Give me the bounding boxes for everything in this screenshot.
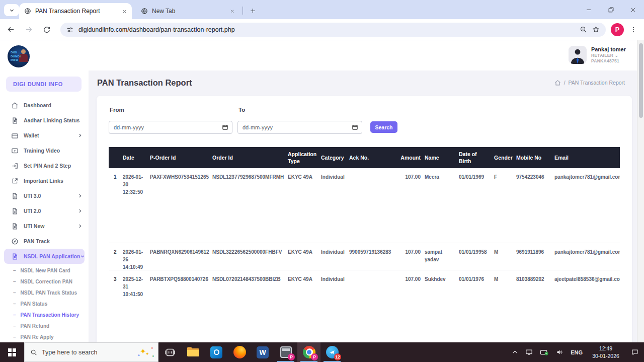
page-scrollbar[interactable] (637, 40, 644, 342)
sidebar-item-label: PAN Track (24, 238, 83, 244)
sidebar-item-set-pin-and-2-step[interactable]: Set PIN And 2 Step (0, 158, 89, 173)
sidebar-item-label: Aadhar Linking Status (24, 117, 83, 123)
start-button[interactable] (0, 342, 24, 362)
user-cluster[interactable]: Pankaj tomer RETAILER ⌄ PANKA48751 (569, 46, 626, 64)
sidebar-subitem-pan-transaction-history[interactable]: –PAN Transaction History (0, 309, 89, 320)
tab-close-icon[interactable] (230, 9, 234, 14)
sidebar-subitem-pan-refund[interactable]: –PAN Refund (0, 320, 89, 331)
sidebar-item-training-video[interactable]: Training Video (0, 143, 89, 158)
sidebar-item-uti-new[interactable]: UTI New (0, 219, 89, 234)
new-tab-button[interactable] (247, 5, 259, 17)
browser-menu-icon[interactable] (627, 23, 640, 36)
table-row: 32025-12-31 10:41:50PARBTXPQ58800140726N… (109, 270, 620, 342)
user-meta: Pankaj tomer RETAILER ⌄ PANKA48751 (591, 46, 626, 64)
login-icon (11, 162, 19, 170)
table-cell: Sukhdev (425, 270, 459, 342)
video-icon (11, 147, 19, 155)
dash-prefix: – (13, 268, 16, 273)
user-code: PANKA48751 (591, 58, 626, 64)
table-cell: Individual (321, 243, 349, 270)
app-logo[interactable]: DIGIDUNDIINFO (8, 45, 30, 67)
zoom-out-icon[interactable] (580, 26, 587, 33)
tab-title: PAN Transaction Report (35, 8, 118, 15)
file-icon (11, 253, 19, 260)
taskbar-app-pan-portal-icon[interactable]: P (274, 342, 297, 362)
brand-box[interactable]: DIGI DUNDI INFO (6, 77, 82, 92)
scrollbar-thumb[interactable] (639, 43, 643, 118)
tray-chevron-up-icon[interactable] (512, 349, 518, 355)
table-cell: Individual (321, 270, 349, 342)
sidebar-item-label: UTI 3.0 (24, 193, 77, 199)
taskbar-app-chrome-icon[interactable]: P (297, 342, 320, 362)
browser-profile-avatar[interactable]: P (611, 23, 624, 36)
to-date-field (237, 121, 362, 134)
sidebar-item-dashboard[interactable]: Dashboard (0, 98, 89, 113)
sidebar-item-aadhar-linking-status[interactable]: Aadhar Linking Status (0, 113, 89, 128)
breadcrumb-current: PAN Transaction Report (569, 80, 625, 86)
taskbar-app-messenger-icon[interactable]: 12 (320, 342, 344, 362)
taskbar-search[interactable]: Type here to search ✦✦✦●● (24, 342, 158, 362)
to-date-input[interactable] (237, 121, 362, 134)
sidebar-subitem-pan-status[interactable]: –PAN Status (0, 298, 89, 309)
url-text[interactable]: digidundiinfo.com/dashboard/pan-transact… (78, 26, 575, 33)
restore-button[interactable] (600, 0, 622, 19)
taskbar-app-word-icon[interactable]: W (251, 342, 274, 362)
sidebar-item-uti-2-0[interactable]: UTI 2.0 (0, 203, 89, 219)
sidebar-item-uti-3-0[interactable]: UTI 3.0 (0, 188, 89, 203)
volume-icon[interactable] (555, 348, 564, 356)
table-cell: sampat yadav (425, 243, 459, 270)
tab-search-button[interactable] (4, 4, 19, 16)
chevron-right-icon (77, 193, 83, 198)
taskbar-clock[interactable]: 12:49 30-01-2026 (589, 345, 622, 359)
tab-new-tab[interactable]: New Tab (136, 3, 239, 19)
table-body: 12026-01-30 12:32:50PAXFXWHS07534151265N… (109, 168, 620, 342)
chevron-right-icon (77, 133, 83, 138)
sidebar-item-pan-track[interactable]: PAN Track (0, 234, 89, 249)
from-date-input[interactable] (109, 121, 232, 134)
forward-button[interactable] (21, 22, 36, 37)
table-cell: M (494, 270, 516, 342)
sidebar-item-label: UTI New (24, 223, 77, 229)
dash-prefix: – (13, 301, 16, 307)
omnibox[interactable]: digidundiinfo.com/dashboard/pan-transact… (60, 23, 606, 37)
monitor-icon[interactable] (525, 348, 533, 356)
taskbar-app-firefox-icon[interactable] (228, 342, 251, 362)
table-cell: 2025-12-31 10:41:50 (123, 270, 150, 342)
sidebar-subitem-label: PAN Status (21, 301, 48, 307)
page-title: PAN Transaction Report (97, 78, 192, 88)
sidebar-subitem-nsdl-new-pan-card[interactable]: –NSDL New PAN Card (0, 265, 89, 276)
table-cell: 107.00 (396, 168, 425, 243)
reload-button[interactable] (39, 22, 54, 37)
table-cell: EKYC 49A (288, 243, 321, 270)
column-header: Category (321, 147, 349, 168)
taskbar-app-task-view-icon[interactable] (158, 342, 182, 362)
taskbar-app-file-explorer-icon[interactable] (182, 342, 205, 362)
globe-favicon-icon (141, 8, 148, 15)
sidebar-item-wallet[interactable]: Wallet (0, 128, 89, 143)
minimize-button[interactable] (578, 0, 600, 19)
search-button[interactable]: Search (370, 121, 397, 133)
site-settings-icon[interactable] (66, 26, 73, 33)
sidebar-subitem-pan-re-apply[interactable]: –PAN Re Apply (0, 331, 89, 342)
file-icon (11, 223, 19, 230)
sidebar-subitem-nsdl-pan-track-status[interactable]: –NSDL PAN Track Status (0, 287, 89, 298)
browser-tabstrip: PAN Transaction Report New Tab (0, 0, 644, 19)
tab-pan-transaction-report[interactable]: PAN Transaction Report (19, 3, 132, 19)
tab-close-icon[interactable] (122, 9, 127, 14)
sidebar-item-important-links[interactable]: Important Links (0, 173, 89, 188)
sidebar-subitem-nsdl-correction-pan[interactable]: –NSDL Correction PAN (0, 276, 89, 287)
close-window-button[interactable] (622, 0, 644, 19)
sidebar-item-nsdl-pan-application[interactable]: NSDL PAN Application (4, 249, 85, 264)
language-indicator[interactable]: ENG (571, 349, 583, 355)
back-button[interactable] (3, 22, 18, 37)
from-date-field (109, 121, 232, 134)
taskbar-app-outlook-icon[interactable] (205, 342, 228, 362)
globe-favicon-icon (24, 8, 31, 15)
action-center-icon[interactable] (631, 348, 639, 356)
user-avatar (569, 46, 587, 64)
to-label: To (238, 107, 245, 113)
home-icon[interactable] (554, 80, 561, 86)
network-status-icon[interactable] (540, 348, 549, 356)
bookmark-star-icon[interactable] (592, 26, 600, 33)
app-badge: 12 (334, 353, 341, 360)
